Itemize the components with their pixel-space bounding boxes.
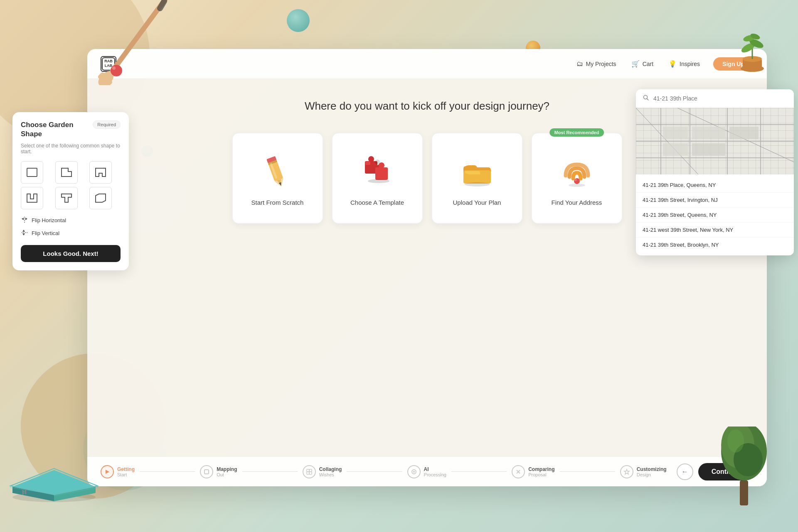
connector-2 <box>242 471 298 472</box>
step-comparing-name: Comparing <box>528 466 554 472</box>
option-start-from-scratch[interactable]: Start From Scratch <box>232 132 323 224</box>
svg-point-49 <box>465 182 490 186</box>
folder-icon <box>456 151 498 192</box>
step-ai-text: AI Processing <box>424 466 446 477</box>
step-ai-icon <box>407 465 421 478</box>
svg-marker-15 <box>12 470 96 495</box>
nav-cart-label: Cart <box>643 61 653 67</box>
step-mapping-out[interactable]: Mapping Out <box>200 465 237 478</box>
logo: RAB LAB <box>101 56 116 72</box>
step-getting-sub: Start <box>117 472 135 477</box>
svg-text:RAB: RAB <box>104 59 113 63</box>
step-customizing-icon <box>620 465 633 478</box>
step-collaging[interactable]: Collaging Wishes <box>303 465 342 478</box>
pool-decoration <box>8 454 100 505</box>
shapes-grid <box>21 161 121 209</box>
nav-inspires-label: Inspires <box>680 61 700 67</box>
option-choose-template[interactable]: Choose A Template <box>332 132 423 224</box>
svg-rect-77 <box>663 127 688 139</box>
projects-icon: 🗂 <box>576 60 583 68</box>
connector-1 <box>140 471 195 472</box>
svg-rect-46 <box>365 162 370 165</box>
continue-button[interactable]: Continue <box>698 463 754 481</box>
nav-items: 🗂 My Projects 🛒 Cart 💡 Inspires <box>576 60 700 68</box>
decorative-ball-teal <box>287 9 310 32</box>
address-result-4[interactable]: 41-21 39th Street, Brooklyn, NY <box>636 238 794 252</box>
garden-shape-panel: Choose GardenShape Required Select one o… <box>12 112 129 270</box>
svg-line-23 <box>23 491 26 492</box>
step-collaging-text: Collaging Wishes <box>319 466 342 477</box>
back-button[interactable]: ← <box>677 463 693 480</box>
looks-good-button[interactable]: Looks Good. Next! <box>21 245 121 262</box>
shape-t[interactable] <box>55 187 78 209</box>
step-customizing[interactable]: Customizing Design <box>620 465 667 478</box>
nav-my-projects[interactable]: 🗂 My Projects <box>576 60 616 68</box>
address-result-3[interactable]: 41-21 west 39th Street, New York, NY <box>636 223 794 238</box>
step-mapping-sub: Out <box>217 472 237 477</box>
panel-header: Choose GardenShape Required <box>21 120 121 139</box>
svg-point-41 <box>368 156 374 162</box>
option-upload-plan[interactable]: Upload Your Plan <box>431 132 523 224</box>
svg-point-47 <box>368 179 389 183</box>
connector-3 <box>347 471 402 472</box>
svg-marker-53 <box>106 470 109 474</box>
step-ai-processing[interactable]: AI Processing <box>407 465 446 478</box>
address-result-1[interactable]: 41-21 39th Street, Irvington, NJ <box>636 193 794 208</box>
step-ai-sub: Processing <box>424 472 446 477</box>
svg-line-67 <box>647 99 649 101</box>
step-ai-name: AI <box>424 466 446 472</box>
shape-rect[interactable] <box>21 161 43 184</box>
signup-button[interactable]: Sign Up <box>713 57 754 71</box>
flip-vertical-label: Flip Vertical <box>32 230 59 236</box>
option-find-address[interactable]: Most Recommended <box>531 132 623 224</box>
svg-rect-56 <box>309 469 312 472</box>
step-comparing-text: Comparing Proposal <box>528 466 554 477</box>
address-results: 41-21 39th Place, Queens, NY 41-21 39th … <box>636 174 794 255</box>
puzzle-icon <box>357 151 398 192</box>
step-mapping-icon <box>200 465 213 478</box>
page-title: Where do you want to kick off your desig… <box>305 100 549 113</box>
footer-progress-bar: Getting Start Mapping Out <box>87 456 767 486</box>
svg-rect-80 <box>663 143 688 156</box>
svg-point-14 <box>12 492 96 502</box>
panel-actions: Flip Horizontal Flip Vertical Looks Good… <box>21 216 121 262</box>
address-result-2[interactable]: 41-21 39th Street, Queens, NY <box>636 208 794 223</box>
flip-vertical-action[interactable]: Flip Vertical <box>21 229 121 238</box>
svg-marker-16 <box>12 487 54 501</box>
address-search-input[interactable] <box>653 95 787 102</box>
header: RAB LAB 🗂 My Projects 🛒 Cart 💡 Inspires … <box>87 49 767 79</box>
step-collaging-name: Collaging <box>319 466 342 472</box>
flip-horizontal-action[interactable]: Flip Horizontal <box>21 216 121 225</box>
svg-rect-44 <box>375 167 388 180</box>
svg-point-52 <box>569 184 585 187</box>
shape-custom[interactable] <box>89 187 112 209</box>
flip-horizontal-label: Flip Horizontal <box>32 217 66 223</box>
step-comparing-sub: Proposal <box>528 472 554 477</box>
required-badge: Required <box>93 120 121 129</box>
svg-rect-78 <box>692 127 725 139</box>
address-result-0[interactable]: 41-21 39th Place, Queens, NY <box>636 178 794 193</box>
svg-marker-17 <box>54 487 96 501</box>
badge-recommended: Most Recommended <box>549 128 604 137</box>
progress-steps: Getting Start Mapping Out <box>101 465 667 478</box>
map-roads-svg <box>636 108 794 174</box>
step-customizing-text: Customizing Design <box>637 466 667 477</box>
options-grid: Start From Scratch <box>232 132 623 224</box>
shape-u[interactable] <box>21 187 43 209</box>
nav-inspires[interactable]: 💡 Inspires <box>668 60 700 68</box>
nav-cart[interactable]: 🛒 Cart <box>631 60 653 68</box>
svg-rect-54 <box>204 470 209 474</box>
step-getting-start[interactable]: Getting Start <box>101 465 135 478</box>
svg-line-1 <box>160 1 164 8</box>
flip-vertical-icon <box>21 229 28 238</box>
svg-marker-19 <box>10 468 98 494</box>
svg-rect-79 <box>729 127 759 139</box>
shape-l[interactable] <box>55 161 78 184</box>
flip-horizontal-icon <box>21 216 28 225</box>
option-address-label: Find Your Address <box>552 199 602 206</box>
wifi-location-icon <box>556 151 598 192</box>
step-comparing[interactable]: Comparing Proposal <box>512 465 554 478</box>
step-comparing-icon <box>512 465 525 478</box>
shape-notch[interactable] <box>89 161 112 184</box>
svg-rect-55 <box>307 469 309 472</box>
